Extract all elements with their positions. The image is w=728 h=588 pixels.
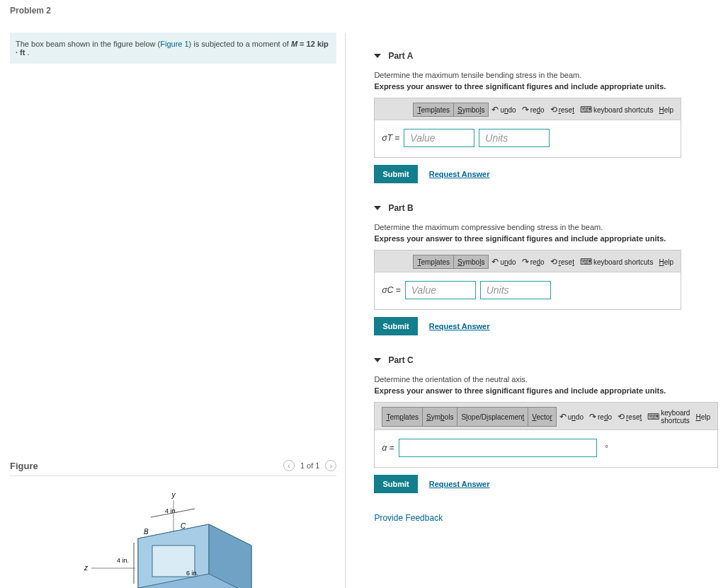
undo-icon: [559, 412, 567, 422]
dim-left: 4 in.: [117, 557, 129, 564]
part-c-var: α =: [382, 443, 394, 453]
symbols-button[interactable]: Symbols: [454, 255, 489, 269]
reset-button[interactable]: reset: [547, 103, 577, 117]
stem-end: .: [25, 48, 29, 57]
keyboard-button[interactable]: keyboard shortcuts: [644, 407, 693, 427]
part-c-value-input[interactable]: [399, 439, 597, 457]
part-a-input-panel: Templates Symbols undo redo reset keyboa…: [374, 98, 681, 158]
part-a: Part A Determine the maximum tensile ben…: [374, 51, 718, 183]
reset-button[interactable]: reset: [547, 255, 577, 269]
redo-icon: [522, 257, 529, 267]
part-c-header[interactable]: Part C: [374, 355, 718, 365]
part-a-var: σT =: [382, 133, 399, 143]
problem-title: Problem 2: [10, 6, 718, 16]
right-column: Part A Determine the maximum tensile ben…: [345, 33, 718, 588]
redo-button[interactable]: redo: [586, 407, 615, 427]
part-c-toolbar: Templates Symbols Slope/Displacement Vec…: [375, 403, 717, 430]
figure-link[interactable]: Figure 1: [160, 40, 188, 48]
part-a-value-input[interactable]: Value: [404, 129, 474, 147]
templates-button[interactable]: Templates: [413, 103, 454, 117]
reset-icon: [618, 412, 625, 422]
templates-button[interactable]: Templates: [413, 255, 454, 269]
provide-feedback-link[interactable]: Provide Feedback: [374, 513, 718, 523]
redo-icon: [522, 105, 529, 115]
reset-icon: [550, 105, 557, 115]
pt-c: C: [181, 522, 186, 530]
part-b-submit-button[interactable]: Submit: [374, 317, 417, 335]
undo-button[interactable]: undo: [489, 103, 518, 117]
caret-down-icon: [374, 54, 381, 58]
part-c-express: Express your answer to three significant…: [374, 386, 718, 395]
part-c-unit-suffix: °: [605, 444, 608, 452]
part-a-toolbar: Templates Symbols undo redo reset keyboa…: [375, 98, 681, 120]
reset-button[interactable]: reset: [615, 407, 644, 427]
keyboard-button[interactable]: keyboard shortcuts: [577, 255, 656, 269]
redo-button[interactable]: redo: [519, 255, 547, 269]
figure-heading: Figure: [10, 461, 38, 471]
part-a-header[interactable]: Part A: [374, 51, 718, 61]
keyboard-icon: [580, 257, 592, 267]
part-a-express: Express your answer to three significant…: [374, 82, 718, 91]
pt-b: B: [144, 528, 149, 536]
undo-button[interactable]: undo: [557, 407, 586, 427]
undo-icon: [491, 257, 499, 267]
part-b-units-input[interactable]: Units: [480, 281, 551, 299]
caret-down-icon: [374, 206, 381, 210]
part-c-title: Part C: [388, 355, 413, 365]
help-button[interactable]: Help: [656, 255, 676, 269]
keyboard-icon: [580, 105, 592, 115]
slope-button[interactable]: Slope/Displacement: [457, 407, 528, 427]
part-b-value-input[interactable]: Value: [405, 281, 476, 299]
part-b-var: σC =: [382, 285, 400, 295]
part-a-units-input[interactable]: Units: [479, 129, 550, 147]
part-b-title: Part B: [388, 203, 413, 213]
stem-mid: ) is subjected to a moment of: [189, 40, 291, 48]
caret-down-icon: [374, 358, 381, 362]
undo-button[interactable]: undo: [489, 255, 518, 269]
undo-icon: [491, 105, 499, 115]
part-a-submit-button[interactable]: Submit: [374, 165, 417, 183]
redo-button[interactable]: redo: [519, 103, 547, 117]
moment-var: M: [291, 40, 297, 48]
part-b-toolbar: Templates Symbols undo redo reset keyboa…: [375, 250, 681, 272]
help-button[interactable]: Help: [656, 103, 676, 117]
keyboard-icon: [647, 412, 659, 422]
figure-next-button[interactable]: ›: [325, 460, 336, 471]
part-b: Part B Determine the maximum compressive…: [374, 203, 718, 335]
part-b-input-panel: Templates Symbols undo redo reset keyboa…: [374, 250, 681, 310]
part-b-express: Express your answer to three significant…: [374, 234, 718, 243]
part-b-prompt: Determine the maximum compressive bendin…: [374, 223, 718, 231]
problem-stem: The box beam shown in the figure below (…: [10, 33, 336, 64]
figure-prev-button[interactable]: ‹: [283, 460, 295, 471]
part-c-input-panel: Templates Symbols Slope/Displacement Vec…: [374, 402, 718, 468]
figure-image: y z 4 in. 4 in. 6 in: [10, 476, 336, 588]
axis-z-label: z: [84, 564, 89, 572]
part-a-request-answer[interactable]: Request Answer: [429, 170, 490, 178]
axis-y-label: y: [171, 491, 176, 499]
part-c-submit-button[interactable]: Submit: [374, 475, 417, 493]
keyboard-button[interactable]: keyboard shortcuts: [577, 103, 656, 117]
figure-counter: 1 of 1: [300, 461, 320, 470]
part-b-request-answer[interactable]: Request Answer: [429, 322, 490, 330]
part-c-request-answer[interactable]: Request Answer: [429, 480, 490, 488]
dim-inner: 6 in.: [186, 570, 198, 577]
reset-icon: [550, 257, 557, 267]
part-c-prompt: Determine the orientation of the neutral…: [374, 375, 718, 384]
part-a-prompt: Determine the maximum tensile bending st…: [374, 71, 718, 79]
vector-button[interactable]: Vector: [528, 407, 556, 427]
part-c: Part C Determine the orientation of the …: [374, 355, 718, 493]
part-a-title: Part A: [388, 51, 413, 61]
symbols-button[interactable]: Symbols: [423, 407, 457, 427]
left-column: The box beam shown in the figure below (…: [10, 33, 345, 588]
redo-icon: [589, 412, 596, 422]
part-b-header[interactable]: Part B: [374, 203, 718, 213]
help-button[interactable]: Help: [693, 407, 713, 427]
templates-button[interactable]: Templates: [382, 407, 423, 427]
stem-pre: The box beam shown in the figure below (: [16, 40, 160, 48]
symbols-button[interactable]: Symbols: [454, 103, 489, 117]
